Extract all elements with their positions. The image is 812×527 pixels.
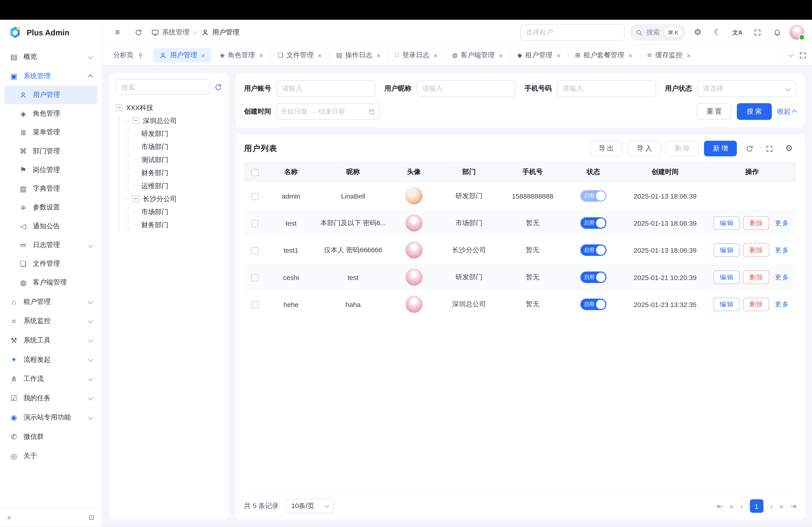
edit-button[interactable]: 编辑 — [713, 243, 740, 257]
status-toggle[interactable]: 启用 — [580, 299, 607, 310]
phone-number-input[interactable]: 请输入 — [557, 80, 656, 97]
more-button[interactable]: 更多 — [773, 298, 791, 311]
create-time-range-input[interactable]: 开始日期 → 结束日期 — [276, 103, 380, 120]
jump-next-button[interactable]: » — [779, 502, 783, 510]
edit-button[interactable]: 编辑 — [713, 216, 740, 230]
sidebar-item-wechat[interactable]: ✆微信群 — [4, 427, 98, 446]
tab-cache[interactable]: ≋缓存监控× — [641, 48, 696, 63]
sidebar-subitem-user[interactable]: 用户管理 — [4, 86, 98, 104]
row-delete-button[interactable]: 删除 — [743, 298, 769, 311]
tab-op-log[interactable]: ▤操作日志× — [331, 48, 386, 63]
sidebar-item-flow-start[interactable]: ✦流程发起 — [4, 350, 98, 369]
row-checkbox[interactable] — [251, 193, 259, 200]
breadcrumb-item-user-management[interactable]: 用户管理 — [201, 28, 239, 37]
sidebar-item-about[interactable]: ◎关于 — [4, 446, 98, 465]
sidebar-subitem-menu[interactable]: ≣菜单管理 — [4, 123, 98, 142]
tab-close-icon[interactable]: × — [628, 51, 633, 59]
tree-node[interactable]: −XXX科技 — [116, 101, 222, 114]
sidebar-item-demo[interactable]: ◉演示站专用功能 — [4, 408, 98, 427]
row-checkbox[interactable] — [251, 274, 259, 281]
edit-button[interactable]: 编辑 — [713, 270, 740, 284]
tree-collapse-icon[interactable]: − — [132, 117, 139, 124]
sidebar-subitem-dept[interactable]: ⌘部门管理 — [4, 142, 98, 161]
status-toggle[interactable]: 启用 — [580, 190, 607, 202]
sidebar-pin-icon[interactable]: ⊡ — [89, 513, 94, 521]
tab-close-icon[interactable]: × — [499, 51, 503, 59]
refresh-page-button[interactable] — [130, 25, 146, 40]
more-button[interactable]: 更多 — [773, 216, 791, 230]
next-page-button[interactable]: › — [770, 502, 772, 510]
row-checkbox[interactable] — [251, 220, 259, 227]
tab-client[interactable]: ◍客户端管理× — [446, 48, 508, 63]
tree-node[interactable]: 研发部门 — [133, 127, 222, 140]
tab-close-icon[interactable]: × — [259, 51, 263, 59]
tab-user[interactable]: 用户管理× — [154, 48, 211, 63]
tree-node[interactable]: 市场部门 — [133, 205, 222, 219]
sidebar-subitem-file[interactable]: ❏文件管理 — [4, 254, 98, 273]
tree-refresh-icon[interactable] — [214, 83, 222, 91]
sidebar-subitem-client[interactable]: ◍客户端管理 — [4, 273, 98, 292]
user-status-select[interactable]: 请选择 — [697, 80, 796, 97]
tab-close-icon[interactable]: × — [377, 51, 381, 59]
more-button[interactable]: 更多 — [773, 270, 791, 284]
sidebar-subitem-param[interactable]: ≑参数设置 — [4, 198, 98, 217]
user-account-input[interactable]: 请输入 — [276, 80, 375, 97]
tree-node[interactable]: 市场部门 — [133, 140, 222, 153]
breadcrumb-item-system-management[interactable]: 系统管理 — [151, 28, 189, 37]
collapse-filter-link[interactable]: 收起 — [777, 107, 796, 116]
tab-fullscreen-icon[interactable] — [799, 51, 807, 59]
reset-button[interactable]: 重置 — [697, 103, 732, 120]
page-1-button[interactable]: 1 — [750, 499, 763, 513]
select-all-checkbox[interactable] — [251, 169, 259, 176]
sidebar-item-overview[interactable]: ▤概览 — [4, 47, 98, 66]
last-page-button[interactable]: ⇥ — [790, 502, 796, 510]
global-search[interactable]: 搜索 ⌘ K — [629, 24, 686, 41]
delete-button[interactable]: 删除 — [666, 141, 699, 156]
tab-role[interactable]: ◈角色管理× — [214, 48, 269, 63]
sidebar-item-tenant[interactable]: ⌂租户管理 — [4, 292, 98, 311]
settings-gear-icon[interactable]: ⚙ — [690, 25, 706, 40]
sidebar-subitem-post[interactable]: ⚑岗位管理 — [4, 161, 98, 179]
sidebar-item-tools[interactable]: ⚒系统工具 — [4, 330, 98, 350]
status-toggle[interactable]: 启用 — [580, 272, 607, 283]
prev-page-button[interactable]: ‹ — [740, 502, 743, 510]
row-delete-button[interactable]: 删除 — [743, 216, 769, 230]
tab-file[interactable]: ❏文件管理× — [272, 48, 328, 63]
row-checkbox[interactable] — [251, 301, 259, 308]
tab-analysis[interactable]: 分析页 — [107, 48, 150, 63]
first-page-button[interactable]: ⇤ — [717, 502, 723, 510]
row-checkbox[interactable] — [251, 247, 259, 254]
column-settings-icon[interactable]: ⚙ — [782, 141, 796, 156]
status-toggle[interactable]: 启用 — [580, 217, 607, 229]
user-avatar[interactable] — [789, 25, 804, 40]
tab-tenant-package[interactable]: ⊞租户套餐管理× — [569, 48, 638, 63]
tab-close-icon[interactable]: × — [318, 51, 322, 59]
row-delete-button[interactable]: 删除 — [743, 243, 769, 257]
fullscreen-icon[interactable] — [749, 25, 765, 40]
search-button[interactable]: 搜索 — [737, 103, 772, 120]
tree-node[interactable]: −深圳总公司 — [125, 114, 222, 127]
import-button[interactable]: 导入 — [628, 141, 661, 156]
tab-close-icon[interactable]: × — [557, 51, 561, 59]
table-fullscreen-icon[interactable] — [762, 141, 777, 156]
sidebar-subitem-role[interactable]: ◈角色管理 — [4, 104, 98, 123]
sidebar-item-workflow[interactable]: ⋔工作流 — [4, 369, 98, 388]
status-toggle[interactable]: 启用 — [580, 244, 607, 256]
notifications-bell-icon[interactable] — [769, 25, 785, 40]
row-delete-button[interactable]: 删除 — [743, 270, 769, 284]
tab-login-log[interactable]: ∷登录日志× — [389, 48, 443, 63]
sidebar-item-system[interactable]: ▣系统管理 — [4, 66, 98, 86]
edit-button[interactable]: 编辑 — [713, 298, 740, 311]
page-size-select[interactable]: 10条/页 — [286, 499, 334, 513]
tree-collapse-icon[interactable]: − — [132, 195, 139, 202]
tree-node[interactable]: 测试部门 — [133, 153, 222, 166]
tree-collapse-icon[interactable]: − — [116, 104, 122, 111]
sidebar-subitem-log[interactable]: ≔日志管理 — [4, 236, 98, 254]
sidebar-item-tasks[interactable]: ☑我的任务 — [4, 388, 98, 408]
translate-icon[interactable]: 文A — [729, 25, 745, 40]
sidebar-collapse-icon[interactable]: « — [7, 513, 11, 521]
tree-node[interactable]: −长沙分公司 — [125, 192, 222, 205]
more-button[interactable]: 更多 — [773, 243, 791, 257]
tree-node[interactable]: 财务部门 — [133, 219, 222, 231]
dark-mode-moon-icon[interactable]: ☾ — [710, 25, 725, 40]
